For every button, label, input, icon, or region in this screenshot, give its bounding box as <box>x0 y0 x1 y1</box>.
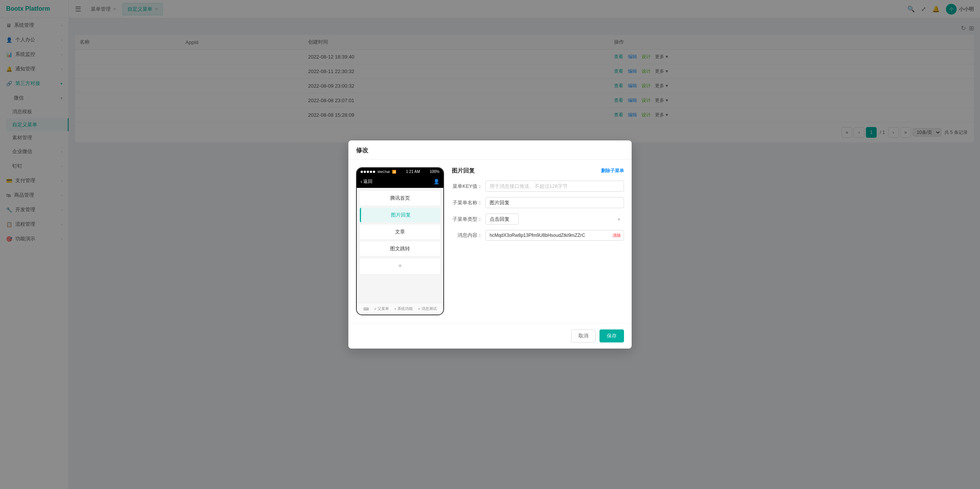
name-label: 子菜单名称： <box>452 199 482 206</box>
menu-type-select[interactable]: 点击回复 跳转链接 发送位置 扫码推事件 <box>485 214 519 225</box>
modal-overlay[interactable]: 修改 WeChat 📶 1:21 AM 100% ‹ 返回 <box>0 0 980 489</box>
modal-header: 修改 <box>348 140 632 160</box>
form-row-type: 子菜单类型： 点击回复 跳转链接 发送位置 扫码推事件 <box>452 214 624 225</box>
form-row-content: 消息内容： 清除 <box>452 230 624 241</box>
save-button[interactable]: 保存 <box>599 329 624 342</box>
clear-button[interactable]: 清除 <box>612 233 621 238</box>
cancel-button[interactable]: 取消 <box>571 329 596 342</box>
phone-menu-item-3[interactable]: 图文跳转 <box>360 241 440 256</box>
phone-status-bar: WeChat 📶 1:21 AM 100% <box>357 168 443 175</box>
content-label: 消息内容： <box>452 232 482 239</box>
type-label: 子菜单类型： <box>452 216 482 223</box>
modal-footer: 取消 保存 <box>348 323 632 349</box>
content-input-wrapper: 清除 <box>485 230 624 241</box>
bullet-icon: • <box>418 307 420 311</box>
phone-footer-parent[interactable]: • 父菜单 <box>374 306 389 311</box>
modal: 修改 WeChat 📶 1:21 AM 100% ‹ 返回 <box>348 140 632 349</box>
phone-battery: 100% <box>430 170 439 174</box>
message-test-label: 消息测试 <box>421 306 437 311</box>
phone-footer-keyboard[interactable]: ⌨ <box>363 307 369 311</box>
content-input[interactable] <box>485 230 624 241</box>
phone-footer-system[interactable]: • 系统功能 <box>395 306 413 311</box>
phone-footer: ⌨ • 父菜单 • 系统功能 • 消息测试 <box>357 303 443 315</box>
bullet-icon: • <box>374 307 376 311</box>
phone-menu-item-2[interactable]: 文章 <box>360 225 440 239</box>
form-row-name: 子菜单名称： <box>452 197 624 208</box>
phone-footer-message-test[interactable]: • 消息测试 <box>418 306 437 311</box>
section-title-text: 图片回复 <box>452 167 475 174</box>
parent-menu-label: 父菜单 <box>377 306 389 311</box>
phone-profile-icon: 👤 <box>433 179 439 184</box>
phone-menu-item-0[interactable]: 腾讯首页 <box>360 191 440 205</box>
bullet-icon: • <box>395 307 396 311</box>
phone-back-button[interactable]: ‹ 返回 <box>361 178 372 185</box>
form-row-key: 菜单KEY值： <box>452 181 624 192</box>
back-arrow-icon: ‹ <box>361 179 362 184</box>
phone-menu-add-button[interactable]: + <box>360 258 440 274</box>
phone-nav: ‹ 返回 👤 <box>357 175 443 188</box>
phone-time: 1:21 AM <box>406 170 420 174</box>
system-func-label: 系统功能 <box>397 306 413 311</box>
menu-name-input[interactable] <box>485 197 624 208</box>
form-section-title: 图片回复 删除子菜单 <box>452 167 624 174</box>
type-select-wrapper: 点击回复 跳转链接 发送位置 扫码推事件 <box>485 214 624 225</box>
phone-menu-item-1[interactable]: 图片回复 <box>360 208 440 222</box>
menu-key-input[interactable] <box>485 181 624 192</box>
form-area: 图片回复 删除子菜单 菜单KEY值： 子菜单名称： 子菜单类型： 点击回复 <box>452 167 624 315</box>
phone-mockup: WeChat 📶 1:21 AM 100% ‹ 返回 👤 腾讯首页 <box>356 167 444 315</box>
back-label: 返回 <box>363 178 372 185</box>
key-label: 菜单KEY值： <box>452 183 482 190</box>
delete-submenu-link[interactable]: 删除子菜单 <box>601 168 624 174</box>
modal-body: WeChat 📶 1:21 AM 100% ‹ 返回 👤 腾讯首页 <box>348 160 632 323</box>
phone-content: 腾讯首页 图片回复 文章 图文跳转 + <box>357 188 443 303</box>
keyboard-icon: ⌨ <box>363 307 369 311</box>
signal-dots: WeChat 📶 <box>361 170 396 174</box>
modal-title: 修改 <box>356 147 624 155</box>
